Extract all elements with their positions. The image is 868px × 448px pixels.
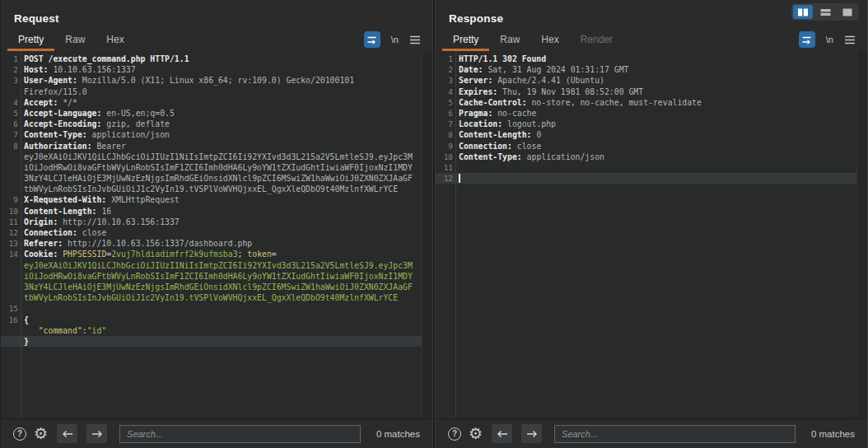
response-tab-hex[interactable]: Hex xyxy=(530,28,569,51)
arrow-right-icon xyxy=(91,430,103,438)
request-search-input[interactable] xyxy=(119,425,361,443)
line-text: Connection: close xyxy=(18,227,106,238)
message-editor: Request Pretty Raw Hex \n xyxy=(0,0,868,448)
line-text: Content-Length: 0 xyxy=(453,129,541,140)
request-editor[interactable]: 1POST /execute_command.php HTTP/1.12Host… xyxy=(1,51,432,418)
help-icon[interactable]: ? xyxy=(448,427,461,441)
line-text: Pragma: no-cache xyxy=(453,108,536,119)
editor-menu-button[interactable] xyxy=(409,35,421,44)
code-line[interactable]: 11Origin: http://10.10.63.156:1337 xyxy=(1,217,422,227)
code-line[interactable]: } xyxy=(1,336,422,347)
response-tab-pretty[interactable]: Pretty xyxy=(442,28,489,51)
show-newlines-button[interactable]: \n xyxy=(391,35,399,44)
code-line[interactable]: 2Date: Sat, 31 Aug 2024 01:31:17 GMT xyxy=(436,64,856,75)
code-line[interactable]: "command":"id" xyxy=(1,325,422,336)
code-line[interactable]: eyJ0eXAiOiJKV1QiLCJhbGciOiJIUzI1NiIsImtp… xyxy=(1,152,422,162)
word-wrap-button[interactable] xyxy=(364,31,380,48)
code-line[interactable]: 3NzY4LCJleHAiOjE3MjUwNzEzNjgsImRhdGEiOns… xyxy=(1,282,422,292)
line-text: Authorization: Bearer xyxy=(18,141,126,152)
code-line[interactable]: 9Connection: close xyxy=(436,141,856,152)
code-line[interactable]: Firefox/115.0 xyxy=(1,86,422,97)
request-tab-raw[interactable]: Raw xyxy=(54,28,96,51)
line-number: 2 xyxy=(436,64,453,75)
line-text: Accept-Encoding: gzip, deflate xyxy=(18,119,170,129)
line-number: 6 xyxy=(436,108,453,119)
search-next-button[interactable] xyxy=(86,424,107,443)
code-line[interactable]: eyJ0eXAiOiJKV1QiLCJhbGciOiJIUzI1NiIsImtp… xyxy=(1,260,422,271)
code-line[interactable]: 5Accept-Language: en-US,en;q=0.5 xyxy=(1,108,422,119)
response-editor[interactable]: 1HTTP/1.1 302 Found2Date: Sat, 31 Aug 20… xyxy=(436,51,867,418)
request-searchbar: ? ⚙ 0 matches xyxy=(1,418,432,448)
code-line[interactable]: 8Authorization: Bearer xyxy=(1,141,422,152)
line-text: Accept: */* xyxy=(18,97,77,108)
code-line[interactable]: 1POST /execute_command.php HTTP/1.1 xyxy=(1,54,422,64)
line-number: 3 xyxy=(1,75,18,86)
response-tab-raw[interactable]: Raw xyxy=(489,28,530,51)
code-line[interactable]: iOiJodHRwOi8vaGFtbWVyLnRobSIsImF1ZCI6Imh… xyxy=(1,271,422,282)
split-rows-view-button[interactable] xyxy=(815,5,835,19)
line-number: 12 xyxy=(1,227,18,238)
response-scrollbar[interactable] xyxy=(856,51,867,418)
split-columns-view-button[interactable] xyxy=(793,5,813,19)
show-newlines-button[interactable]: \n xyxy=(826,35,833,44)
code-line[interactable]: 4Accept: */* xyxy=(1,97,422,108)
response-searchbar: ? ⚙ 0 matches xyxy=(436,418,867,448)
settings-gear-icon[interactable]: ⚙ xyxy=(34,426,48,441)
line-text: Connection: close xyxy=(453,141,541,152)
help-icon[interactable]: ? xyxy=(13,427,26,441)
code-line[interactable]: 10Content-Length: 16 xyxy=(1,206,422,217)
search-prev-button[interactable] xyxy=(57,424,77,443)
code-line[interactable]: 12 xyxy=(436,173,856,184)
line-number: 3 xyxy=(436,75,453,86)
code-line[interactable]: iOiJodHRwOi8vaGFtbWVyLnRobSIsImF1ZCI6Imh… xyxy=(1,162,422,173)
code-line[interactable]: 7Location: logout.php xyxy=(436,119,856,129)
split-columns-icon xyxy=(797,8,809,16)
code-line[interactable]: 16{ xyxy=(1,315,422,325)
code-line[interactable]: 7Content-Type: application/json xyxy=(1,129,422,140)
single-pane-view-button[interactable] xyxy=(838,5,857,19)
code-line[interactable]: 6Accept-Encoding: gzip, deflate xyxy=(1,119,422,129)
line-text: } xyxy=(18,336,29,347)
request-match-count: 0 matches xyxy=(376,429,420,439)
settings-gear-icon[interactable]: ⚙ xyxy=(469,426,483,441)
code-line[interactable]: 5Cache-Control: no-store, no-cache, must… xyxy=(436,97,856,108)
code-line[interactable]: 4Expires: Thu, 19 Nov 1981 08:52:00 GMT xyxy=(436,86,856,97)
code-line[interactable]: 12Connection: close xyxy=(1,227,422,238)
code-line[interactable]: 8Content-Length: 0 xyxy=(436,129,856,140)
line-text: Date: Sat, 31 Aug 2024 01:31:17 GMT xyxy=(453,64,628,75)
code-line[interactable]: 11 xyxy=(436,162,856,173)
line-number: 5 xyxy=(436,97,453,108)
search-next-button[interactable] xyxy=(521,424,542,443)
code-line[interactable]: 9X-Requested-With: XMLHttpRequest xyxy=(1,194,422,205)
code-line[interactable]: 14Cookie: PHPSESSID=2vuj7hldiadimfrf2k9u… xyxy=(1,249,422,259)
line-number: 9 xyxy=(1,194,18,205)
code-line[interactable]: 6Pragma: no-cache xyxy=(436,108,856,119)
response-tab-render[interactable]: Render xyxy=(570,28,623,51)
response-match-count: 0 matches xyxy=(811,429,855,439)
word-wrap-button[interactable] xyxy=(799,31,815,48)
code-line[interactable]: 1HTTP/1.1 302 Found xyxy=(436,54,856,64)
request-scrollbar[interactable] xyxy=(422,51,432,418)
request-tab-hex[interactable]: Hex xyxy=(96,28,134,51)
response-search-input[interactable] xyxy=(554,425,796,443)
line-number: 2 xyxy=(1,64,18,75)
editor-menu-button[interactable] xyxy=(844,35,856,44)
code-line[interactable]: 10Content-Type: application/json xyxy=(436,152,856,162)
line-text: Host: 10.10.63.156:1337 xyxy=(18,64,136,75)
code-line[interactable]: tbWVyLnRobSIsInJvbGUiOiJ1c2VyIn19.tVSPlV… xyxy=(1,184,422,194)
code-line[interactable]: tbWVyLnRobSIsInJvbGUiOiJ1c2VyIn19.tVSPlV… xyxy=(1,292,422,303)
search-prev-button[interactable] xyxy=(492,424,512,443)
line-number: 15 xyxy=(1,303,18,314)
split-rows-icon xyxy=(820,8,831,16)
code-line[interactable]: 3NzY4LCJleHAiOjE3MjUwNzEzNjgsImRhdGEiOns… xyxy=(1,173,422,184)
code-line[interactable]: 3Server: Apache/2.4.41 (Ubuntu) xyxy=(436,75,856,86)
word-wrap-icon xyxy=(366,35,377,45)
code-line[interactable]: 3User-Agent: Mozilla/5.0 (X11; Linux x86… xyxy=(1,75,422,86)
code-line[interactable]: 15 xyxy=(1,303,422,314)
code-line[interactable]: 13Referer: http://10.10.63.156:1337/dash… xyxy=(1,238,422,249)
line-number: 9 xyxy=(436,141,453,152)
request-tab-pretty[interactable]: Pretty xyxy=(7,28,54,51)
gutter-divider xyxy=(21,51,21,418)
request-panel: Request Pretty Raw Hex \n xyxy=(0,0,432,448)
code-line[interactable]: 2Host: 10.10.63.156:1337 xyxy=(1,64,422,75)
